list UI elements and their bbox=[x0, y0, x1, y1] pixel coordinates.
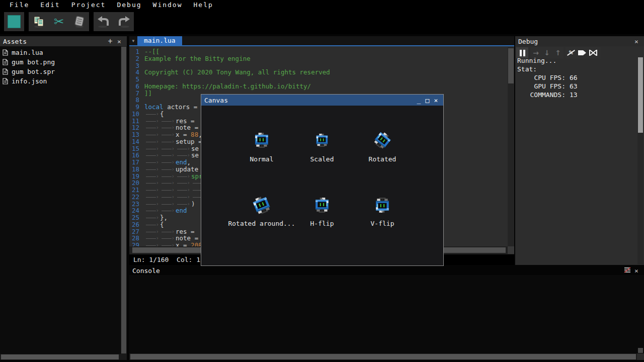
line-number: 13 bbox=[129, 131, 144, 138]
step-into-icon: ↓ bbox=[544, 49, 550, 57]
code-token: se bbox=[191, 145, 199, 152]
tab-indicator bbox=[144, 179, 160, 186]
maximize-button[interactable]: □ bbox=[423, 97, 432, 104]
redo-button[interactable] bbox=[114, 12, 134, 31]
tab-indicator bbox=[144, 138, 160, 145]
code-token: 88 bbox=[191, 131, 198, 138]
code-token: end bbox=[176, 159, 187, 166]
clear-console-icon bbox=[624, 267, 631, 273]
code-token: Example for the Bitty engine bbox=[144, 55, 251, 62]
tab-indicator bbox=[160, 131, 176, 138]
canvas-titlebar[interactable]: Canvas _ □ × bbox=[201, 95, 443, 106]
asset-item-info-json[interactable]: info.json bbox=[0, 76, 121, 86]
tab-indicator bbox=[144, 152, 160, 158]
stat-row-commands: COMMANDS:13 bbox=[517, 90, 637, 99]
pause-icon bbox=[520, 50, 522, 56]
code-token: Homepage: https://paladin-t.github.io/bi… bbox=[144, 83, 311, 90]
editor-vertical-scrollbar[interactable] bbox=[508, 47, 514, 246]
tab-main-lua[interactable]: main.lua bbox=[137, 36, 182, 45]
debug-panel: Debug × → ↓ ↑ ✎ bbox=[515, 36, 644, 265]
menu-item-debug[interactable]: Debug bbox=[111, 0, 147, 10]
console-vertical-scrollbar[interactable] bbox=[638, 348, 643, 353]
gum-bot-sprite bbox=[250, 194, 273, 217]
assets-title: Assets bbox=[3, 38, 27, 45]
toolbar: ✂ bbox=[0, 10, 644, 34]
tab-indicator bbox=[160, 159, 176, 165]
assets-vertical-scrollbar[interactable] bbox=[121, 46, 127, 354]
debug-vertical-scrollbar[interactable] bbox=[637, 57, 643, 264]
tab-indicator bbox=[144, 131, 160, 138]
debug-stats: CPU FPS:66GPU FPS:63COMMANDS:13 bbox=[517, 73, 637, 99]
line-number: 7 bbox=[129, 90, 144, 97]
tab-indicator bbox=[176, 201, 191, 207]
code-token: actors = bbox=[164, 104, 201, 111]
tab-indicator bbox=[144, 187, 160, 193]
code-token: x = bbox=[176, 242, 191, 246]
assets-horizontal-scrollbar[interactable] bbox=[0, 354, 121, 360]
tab-indicator bbox=[144, 221, 160, 228]
code-token: update bbox=[176, 166, 198, 173]
menu-item-project[interactable]: Project bbox=[66, 0, 112, 10]
line-number: 27 bbox=[129, 228, 144, 235]
line-number: 2 bbox=[129, 55, 144, 62]
tab-indicator bbox=[176, 194, 191, 200]
sprite-normal bbox=[252, 130, 272, 150]
canvas-title: Canvas bbox=[204, 97, 228, 104]
tab-indicator bbox=[160, 228, 176, 235]
console-panel: Console × bbox=[129, 266, 644, 360]
code-token: res = bbox=[176, 118, 198, 125]
clear-console-button[interactable] bbox=[623, 267, 632, 275]
console-horizontal-scrollbar[interactable] bbox=[129, 353, 637, 360]
line-number: 8 bbox=[129, 97, 144, 104]
tab-indicator bbox=[160, 194, 176, 200]
editor-scrollbar-corner bbox=[508, 246, 514, 254]
code-line: 6Homepage: https://paladin-t.github.io/b… bbox=[129, 83, 508, 90]
tab-indicator bbox=[144, 207, 160, 214]
tab-list-dropdown-button[interactable]: ▼ bbox=[129, 36, 137, 45]
canvas-label-rotated: Rotated bbox=[327, 155, 438, 163]
line-number: 23 bbox=[129, 201, 144, 208]
line-number: 21 bbox=[129, 187, 144, 194]
console-title: Console bbox=[132, 267, 160, 275]
history-tools-group bbox=[94, 12, 134, 31]
cut-button[interactable]: ✂ bbox=[49, 12, 69, 31]
code-token: ) bbox=[191, 201, 195, 208]
add-asset-button[interactable]: + bbox=[106, 37, 115, 46]
undo-button[interactable] bbox=[94, 12, 114, 31]
code-line: 1--[[ bbox=[129, 48, 508, 55]
stat-value: 63 bbox=[570, 82, 578, 90]
asset-item-gum-bot-png[interactable]: gum bot.png bbox=[0, 57, 121, 67]
menu-item-file[interactable]: File bbox=[4, 0, 35, 10]
run-button[interactable] bbox=[4, 12, 24, 31]
assets-header: Assets + × bbox=[0, 36, 127, 46]
erase-button[interactable] bbox=[69, 12, 89, 31]
tab-indicator bbox=[176, 187, 191, 193]
asset-item-main-lua[interactable]: main.lua bbox=[0, 48, 121, 57]
copy-button[interactable] bbox=[29, 12, 49, 31]
tab-indicator bbox=[144, 228, 160, 235]
canvas-close-button[interactable]: × bbox=[432, 97, 440, 104]
menu-item-window[interactable]: Window bbox=[147, 0, 188, 10]
debug-header: Debug × bbox=[515, 36, 644, 46]
debug-status: Running... bbox=[517, 56, 637, 65]
line-number: 19 bbox=[129, 173, 144, 180]
console-header: Console × bbox=[129, 266, 644, 275]
gum-bot-sprite bbox=[374, 198, 391, 213]
code-token: ]] bbox=[144, 90, 152, 97]
minimize-button[interactable]: _ bbox=[415, 97, 423, 104]
step-out-icon: ↑ bbox=[555, 49, 561, 57]
menu-item-help[interactable]: Help bbox=[188, 0, 219, 10]
assets-close-button[interactable]: × bbox=[115, 38, 124, 45]
menu-item-edit[interactable]: Edit bbox=[35, 0, 65, 10]
console-close-button[interactable]: × bbox=[632, 267, 641, 275]
line-number: 17 bbox=[129, 159, 144, 166]
undo-icon bbox=[96, 15, 111, 28]
gum-bot-sprite bbox=[253, 133, 270, 148]
line-number: 10 bbox=[129, 111, 144, 118]
debug-close-button[interactable]: × bbox=[632, 38, 641, 45]
tab-indicator bbox=[144, 214, 160, 221]
editor-tabbar: ▼ main.lua bbox=[129, 36, 514, 46]
gum-bot-sprite bbox=[371, 129, 393, 152]
line-number: 24 bbox=[129, 207, 144, 214]
asset-item-gum-bot-spr[interactable]: gum bot.spr bbox=[0, 67, 121, 76]
